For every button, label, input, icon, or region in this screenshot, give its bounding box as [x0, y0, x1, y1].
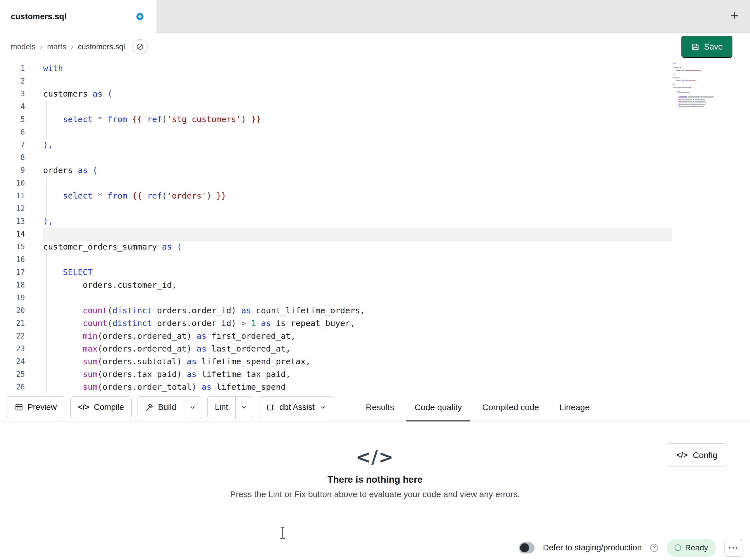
line-number: 23 [0, 343, 43, 355]
code-line[interactable]: 3customers as ( [0, 87, 750, 100]
line-number: 2 [0, 75, 43, 87]
breadcrumb-file: customers.sql [78, 42, 125, 51]
code-line[interactable]: 17 SELECT [0, 266, 750, 279]
ellipsis-icon [728, 546, 738, 549]
line-number: 22 [0, 330, 43, 343]
code-line[interactable]: 22 min(orders.ordered_at) as first_order… [0, 330, 750, 343]
ready-label: Ready [685, 543, 708, 552]
chevron-down-icon [189, 403, 196, 411]
save-button-label: Save [704, 42, 723, 51]
new-tab-button[interactable]: + [730, 8, 739, 23]
code-line[interactable]: 20 count(distinct orders.order_id) as co… [0, 304, 750, 317]
code-line[interactable]: 24 sum(orders.subtotal) as lifetime_spen… [0, 355, 750, 368]
build-button[interactable]: Build [138, 397, 184, 418]
line-number: 4 [0, 100, 43, 113]
lint-label: Lint [215, 402, 228, 412]
code-line[interactable]: 1with [0, 62, 750, 75]
chevron-down-icon [240, 403, 248, 411]
tab-results[interactable]: Results [356, 393, 404, 421]
preview-label: Preview [27, 402, 57, 412]
code-line[interactable]: 21 count(distinct orders.order_id) > 1 a… [0, 317, 750, 330]
dbt-assist-button[interactable]: dbt Assist [259, 396, 334, 418]
line-number: 3 [0, 87, 43, 100]
code-line[interactable]: 16 [0, 253, 750, 266]
chevron-down-icon [319, 403, 327, 411]
tab-compiled-code[interactable]: Compiled code [472, 393, 549, 421]
status-bar: Defer to staging/production ? Ready [0, 535, 750, 560]
lint-split-button: Lint [207, 396, 253, 418]
slashed-circle-icon [136, 43, 144, 51]
code-line[interactable]: 18 orders.customer_id, [0, 279, 750, 291]
code-icon: </> [78, 403, 90, 412]
defer-toggle[interactable] [519, 542, 534, 554]
line-number: 20 [0, 304, 43, 317]
config-label: Config [693, 450, 717, 460]
line-number: 16 [0, 253, 43, 266]
table-icon [15, 403, 23, 412]
config-button[interactable]: </> Config [667, 443, 727, 467]
line-number: 9 [0, 164, 43, 177]
unsaved-indicator-icon [136, 13, 143, 20]
line-number: 25 [0, 368, 43, 381]
code-line[interactable]: 25 sum(orders.tax_paid) as lifetime_tax_… [0, 368, 750, 381]
build-split-button: Build [138, 396, 201, 418]
tab-code-quality[interactable]: Code quality [404, 393, 472, 421]
code-line[interactable]: 2 [0, 75, 750, 87]
bottom-toolbar: Preview </> Compile Build Lint dbt Assis… [0, 393, 750, 421]
code-line[interactable]: 19 [0, 291, 750, 304]
line-number: 8 [0, 151, 43, 164]
build-label: Build [158, 402, 176, 412]
toggle-knob [520, 543, 529, 552]
save-button[interactable]: Save [682, 36, 732, 58]
code-line[interactable]: 4 [0, 100, 750, 113]
sparkle-edit-icon [267, 403, 275, 412]
code-line[interactable]: 9orders as ( [0, 164, 750, 177]
lint-dropdown-button[interactable] [235, 397, 253, 418]
line-number: 5 [0, 113, 43, 126]
line-number: 6 [0, 126, 43, 139]
code-line[interactable]: 23 max(orders.ordered_at) as last_ordere… [0, 343, 750, 355]
compile-button[interactable]: </> Compile [70, 396, 132, 418]
dbt-assist-label: dbt Assist [279, 402, 314, 412]
line-number: 26 [0, 381, 43, 393]
line-number: 18 [0, 279, 43, 291]
code-lines: 1with23customers as (45 select * from {{… [0, 61, 750, 393]
plus-icon: + [730, 8, 739, 23]
build-dropdown-button[interactable] [184, 397, 201, 418]
help-icon[interactable]: ? [650, 544, 658, 552]
code-line[interactable]: 5 select * from {{ ref('stg_customers') … [0, 113, 750, 126]
ready-circle-icon [675, 544, 681, 551]
code-line[interactable]: 12 [0, 202, 750, 215]
code-line[interactable]: 7), [0, 139, 750, 151]
preview-button[interactable]: Preview [7, 396, 64, 418]
tab-lineage[interactable]: Lineage [549, 393, 600, 421]
code-editor[interactable]: 1with23customers as (45 select * from {{… [0, 61, 750, 393]
breadcrumb-marts[interactable]: marts [47, 42, 66, 51]
code-line[interactable]: 8 [0, 151, 750, 164]
tab-customers-sql[interactable]: customers.sql [0, 0, 157, 33]
indent-guide [46, 177, 47, 215]
code-icon: </> [676, 451, 688, 459]
lint-button[interactable]: Lint [208, 397, 236, 418]
line-number: 1 [0, 62, 43, 75]
breadcrumb-models[interactable]: models [11, 42, 36, 51]
tab-title: customers.sql [11, 12, 67, 21]
code-line[interactable]: 13), [0, 215, 750, 228]
overflow-menu-button[interactable] [725, 539, 742, 557]
code-line[interactable]: 15customer_orders_summary as ( [0, 241, 750, 253]
empty-state-title: There is nothing here [0, 474, 750, 485]
indent-guide [46, 100, 47, 139]
slashed-circle-icon-button[interactable] [133, 39, 148, 55]
line-number: 10 [0, 177, 43, 189]
line-number: 24 [0, 355, 43, 368]
minimap[interactable] [673, 63, 716, 108]
breadcrumb-separator: › [40, 42, 42, 51]
code-line[interactable]: 26 sum(orders.order_total) as lifetime_s… [0, 381, 750, 393]
code-line[interactable]: 10 [0, 177, 750, 189]
code-line[interactable]: 6 [0, 126, 750, 139]
save-floppy-icon [691, 42, 700, 51]
code-line[interactable]: 11 select * from {{ ref('orders') }} [0, 189, 750, 202]
toolbar-divider [344, 399, 344, 416]
code-line[interactable]: 14 [0, 228, 750, 241]
status-badge[interactable]: Ready [667, 539, 716, 557]
